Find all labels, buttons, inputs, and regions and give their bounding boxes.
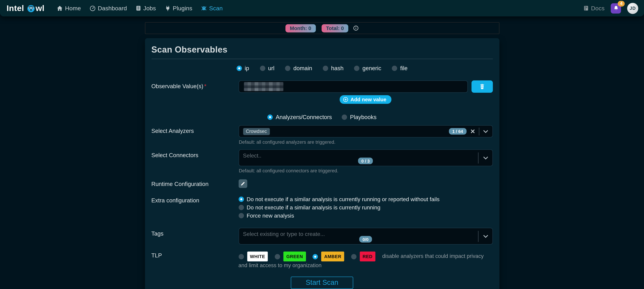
tlp-green-badge: GREEN [284,252,306,262]
radio-type-file[interactable]: file [392,65,408,71]
radio-icon [238,197,244,202]
runtime-config-row: Runtime Configuration [151,178,493,188]
extra-config-radio-group: Do not execute if a similar analysis is … [238,195,493,219]
brand-logo[interactable]: Intel wl [7,3,44,13]
brand-text-wl: wl [36,3,44,13]
radio-tlp-red[interactable]: RED [351,252,376,262]
tlp-label: TLP [151,250,238,269]
chevron-down-icon[interactable] [483,156,488,160]
scan-observables-card: Scan Observables ip url domain hash gene… [145,38,499,289]
tlp-red-badge: RED [360,252,376,262]
nav-item-scan[interactable]: Scan [201,5,223,11]
tags-count-badge: 0/0 [359,236,372,243]
connectors-count-badge: 0 / 3 [358,158,373,164]
nav-links: Home Dashboard Jobs Plugins Scan [57,5,223,11]
skull-crossbones-scan-icon [201,5,207,11]
connectors-placeholder: Select.. [243,153,262,159]
radio-icon [313,254,318,259]
page: Intel wl Home Dashboard [0,0,644,289]
extra-config-row: Extra configuration Do not execute if a … [151,195,493,219]
redacted-observable-value [244,82,283,91]
radio-tlp-green[interactable]: GREEN [275,252,306,262]
docs-link[interactable]: Docs [583,5,604,11]
radio-tlp-amber[interactable]: AMBER [313,252,344,262]
radio-analyzers-connectors[interactable]: Analyzers/Connectors [268,114,332,120]
analyzers-helper-text: Default: all configured analyzers are tr… [239,140,493,144]
docs-book-icon [583,5,589,11]
required-asterisk: * [204,83,206,90]
radio-icon [392,65,398,71]
radio-type-domain[interactable]: domain [285,65,312,71]
nav-item-home[interactable]: Home [57,5,81,11]
observable-value-row: Observable Value(s)* Add [151,80,493,104]
select-connectors-label: Select Connectors [151,149,238,173]
edit-runtime-config-button[interactable] [238,179,247,188]
radio-icon [260,65,265,71]
user-avatar[interactable]: JD [627,2,638,14]
observable-value-input[interactable] [238,80,468,93]
add-new-value-button[interactable]: Add new value [340,95,391,104]
title-divider [151,59,493,59]
select-divider [478,152,478,163]
radio-icon [238,205,244,210]
notifications-button[interactable]: 4 [611,3,621,13]
jobs-icon [136,5,141,11]
tlp-amber-badge: AMBER [322,252,344,262]
month-count-badge: Month: 0 [286,24,316,32]
connectors-helper-text: Default: all configured connectors are t… [239,168,493,173]
radio-icon [268,114,273,120]
mode-radio-group: Analyzers/Connectors Playbooks [151,114,493,120]
trash-icon [479,84,485,89]
radio-tlp-white[interactable]: WHITE [238,252,268,262]
tags-multiselect[interactable]: Select existing or type to create... 0/0 [238,228,493,245]
select-connectors-row: Select Connectors Select.. 0 / 3 Default… [151,149,493,173]
nav-item-plugins[interactable]: Plugins [164,5,192,11]
tlp-radio-group: WHITE GREEN AMBER RED disable analyzers … [238,250,493,269]
extra-config-label: Extra configuration [151,195,238,219]
radio-icon [275,254,280,259]
job-stats-bar: Month: 0 Total: 0 [145,22,499,34]
navbar: Intel wl Home Dashboard [0,0,644,16]
selected-analyzer-chip[interactable]: Crowdsec [243,128,270,135]
tags-placeholder: Select existing or type to create... [243,231,325,237]
tlp-white-badge: WHITE [247,252,268,262]
connectors-multiselect[interactable]: Select.. 0 / 3 [238,149,493,166]
start-scan-button[interactable]: Start Scan [291,277,353,289]
radio-icon [238,254,244,259]
select-analyzers-label: Select Analyzers [151,125,238,144]
navbar-right: Docs 4 JD [583,2,638,14]
delete-value-button[interactable] [471,80,493,93]
total-count-badge: Total: 0 [322,24,348,32]
radio-extra-force-new[interactable]: Force new analysis [238,213,493,219]
radio-type-url[interactable]: url [260,65,274,71]
radio-icon [351,254,356,259]
select-divider [479,127,479,135]
radio-icon [236,65,242,71]
pencil-icon [240,181,245,186]
radio-type-generic[interactable]: generic [354,65,381,71]
observable-type-radio-group: ip url domain hash generic file [151,65,493,71]
radio-type-hash[interactable]: hash [323,65,344,71]
notification-count-badge: 4 [618,1,625,6]
radio-icon [238,213,244,219]
radio-extra-no-exec-running[interactable]: Do not execute if a similar analysis is … [238,204,493,210]
radio-extra-no-exec-without-fails[interactable]: Do not execute if a similar analysis is … [238,196,493,202]
owl-logo-icon [26,4,35,12]
nav-item-jobs[interactable]: Jobs [136,5,156,11]
radio-icon [285,65,290,71]
tlp-row: TLP WHITE GREEN AMBER RED disable analyz… [151,250,493,269]
analyzers-multiselect[interactable]: Crowdsec 1 / 64 [238,125,493,138]
brand-text-intel: Intel [7,3,24,13]
radio-icon [342,114,347,120]
chevron-down-icon[interactable] [483,129,488,133]
page-title: Scan Observables [151,45,493,54]
chevron-down-icon[interactable] [483,234,488,238]
info-icon[interactable] [353,25,359,31]
select-divider [478,231,478,242]
radio-type-ip[interactable]: ip [236,65,249,71]
clear-selection-icon[interactable] [470,129,475,134]
radio-icon [354,65,360,71]
nav-item-dashboard[interactable]: Dashboard [90,5,127,11]
bell-icon [613,5,619,11]
radio-playbooks[interactable]: Playbooks [342,114,376,120]
